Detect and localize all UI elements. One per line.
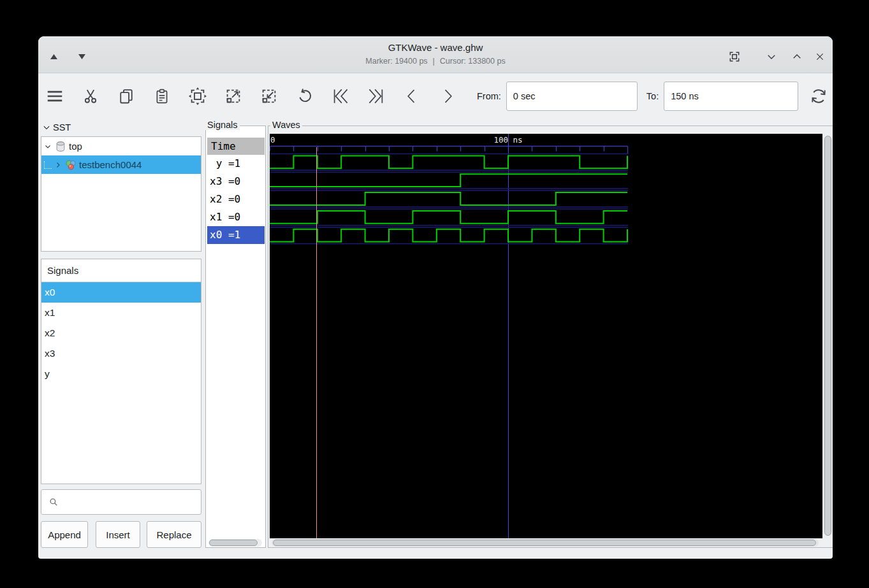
toolbar: From: To: (38, 74, 833, 118)
marker-readout: Marker: 19400 ps (363, 57, 430, 66)
menu-button[interactable] (45, 86, 65, 106)
scrollbar-handle[interactable] (273, 540, 816, 546)
window-title: GTKWave - wave.ghw (38, 42, 833, 53)
database-cylinder-icon (54, 140, 67, 153)
waveform-plot: 0100 ns (270, 134, 822, 538)
fullscreen-icon (728, 50, 741, 63)
wave-x1 (270, 211, 627, 224)
signal-list-header: Signals (41, 259, 201, 282)
skip-to-end-icon (366, 87, 386, 106)
wave-x3 (270, 174, 627, 187)
titlebar[interactable]: GTKWave - wave.ghw Marker: 19400 ps|Curs… (38, 36, 833, 73)
replace-button[interactable]: Replace (147, 521, 201, 548)
skip-to-start-icon (330, 87, 351, 106)
sst-label: SST (53, 122, 71, 133)
zoom-out-icon (259, 87, 279, 106)
chevron-left-icon (403, 87, 421, 106)
zoom-fit-icon (188, 87, 207, 106)
copy-icon (117, 87, 135, 105)
expander-chevron-down-icon (42, 123, 51, 132)
cursor-readout: Cursor: 133800 ps (437, 57, 508, 66)
reload-button[interactable] (808, 86, 829, 106)
search-icon (48, 496, 59, 508)
window-subtitle: Marker: 19400 ps|Cursor: 133800 ps (38, 57, 833, 66)
timeline-tick-label: 0 (270, 135, 275, 145)
cut-button[interactable] (80, 86, 101, 106)
tree-node-label: testbench0044 (79, 159, 142, 170)
signal-name-row-y[interactable]: y =1 (207, 155, 265, 173)
to-label: To: (646, 91, 659, 101)
paste-button[interactable] (152, 86, 172, 106)
close-button[interactable] (812, 49, 828, 64)
menu-icon (45, 87, 65, 106)
list-item-x2[interactable]: x2 (41, 323, 201, 343)
waves-frame-label: Waves (270, 120, 302, 130)
clipboard-paste-icon (154, 87, 170, 105)
waves-horizontal-scrollbar[interactable] (272, 539, 819, 547)
signal-name-row-x2[interactable]: x2 =0 (207, 190, 265, 208)
gtkwave-window: GTKWave - wave.ghw Marker: 19400 ps|Curs… (38, 36, 833, 559)
wave-y (270, 156, 627, 169)
append-button[interactable]: Append (41, 521, 88, 548)
step-forward-button[interactable] (437, 86, 458, 106)
copy-button[interactable] (116, 86, 136, 106)
tree-node-label: top (69, 141, 82, 152)
wave-x2 (270, 192, 627, 205)
list-item-x3[interactable]: x3 (41, 343, 201, 364)
names-horizontal-scrollbar[interactable] (208, 539, 262, 547)
step-back-button[interactable] (402, 86, 422, 106)
undo-button[interactable] (295, 86, 315, 106)
chevron-down-icon (766, 51, 777, 62)
to-input[interactable] (664, 82, 798, 111)
signals-frame-label: Signals (205, 120, 240, 130)
scrollbar-handle[interactable] (209, 540, 258, 546)
chevron-up-icon (791, 51, 803, 62)
wave-canvas[interactable]: 0100 ns (270, 134, 822, 538)
scrollbar-handle[interactable] (824, 136, 831, 536)
tree-node-top[interactable]: top (41, 137, 201, 155)
fullscreen-button[interactable] (727, 49, 742, 64)
zoom-in-button[interactable] (223, 86, 244, 106)
wave-x0 (270, 229, 627, 242)
search-input[interactable] (64, 490, 201, 514)
maximize-button[interactable] (789, 49, 805, 64)
close-icon (815, 52, 825, 62)
zoom-out-button[interactable] (259, 86, 279, 106)
scissors-icon (82, 87, 99, 105)
list-item-x1[interactable]: x1 (41, 303, 201, 323)
sst-tree: top testbench0044 (41, 136, 201, 252)
search-box (41, 489, 201, 515)
skip-to-start-button[interactable] (330, 86, 351, 106)
waves-vertical-scrollbar[interactable] (824, 134, 832, 538)
time-column-header: Time (207, 138, 265, 155)
insert-button[interactable]: Insert (96, 521, 140, 548)
chevron-right-icon (439, 87, 456, 106)
chevron-right-icon[interactable] (53, 160, 63, 170)
signal-name-row-x0[interactable]: x0 =1 (207, 226, 265, 244)
chevron-down-icon[interactable] (43, 141, 53, 152)
undo-icon (296, 87, 314, 105)
module-spheres-icon (64, 159, 77, 171)
zoom-fit-button[interactable] (187, 86, 208, 106)
signal-list: Signals x0 x1 x2 x3 y (41, 259, 201, 484)
tree-node-testbench[interactable]: testbench0044 (41, 155, 201, 174)
minimize-button[interactable] (764, 49, 779, 64)
list-item-y[interactable]: y (41, 364, 201, 384)
sst-expander[interactable]: SST (42, 120, 71, 135)
reload-icon (809, 87, 828, 106)
signal-name-row-x1[interactable]: x1 =0 (207, 208, 265, 226)
from-label: From: (477, 91, 501, 101)
zoom-in-icon (224, 87, 243, 106)
tree-branch-line (44, 161, 52, 169)
from-input[interactable] (506, 82, 638, 111)
subtitle-separator: | (430, 57, 437, 66)
list-item-x0[interactable]: x0 (41, 282, 201, 303)
skip-to-end-button[interactable] (366, 86, 386, 106)
signal-name-row-x3[interactable]: x3 =0 (207, 173, 265, 190)
